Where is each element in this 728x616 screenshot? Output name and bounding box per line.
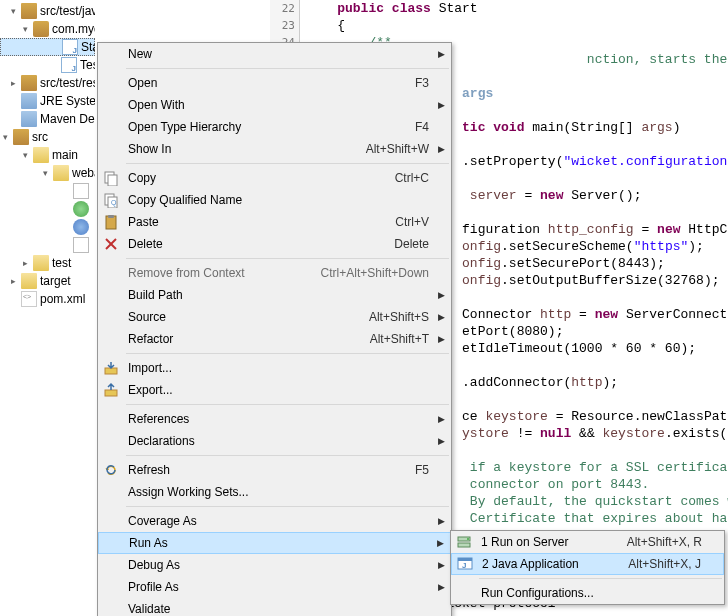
menu-item[interactable]: New▶: [98, 43, 451, 65]
project-tree[interactable]: ▾src/test/java▾com.mycompanyStart.javaTe…: [0, 0, 95, 616]
expand-icon[interactable]: [49, 42, 60, 53]
tree-item[interactable]: ▾src: [0, 128, 95, 146]
menu-item[interactable]: RefreshF5: [98, 459, 451, 481]
expand-icon[interactable]: [60, 240, 71, 251]
menu-item[interactable]: Open Type HierarchyF4: [98, 116, 451, 138]
submenu-arrow-icon: ▶: [438, 516, 445, 526]
menu-item-label: Import...: [124, 361, 451, 375]
tree-item[interactable]: Maven Dependencies: [0, 110, 95, 128]
submenu-arrow-icon: ▶: [438, 436, 445, 446]
submenu-item[interactable]: J2 Java ApplicationAlt+Shift+X, J: [451, 553, 724, 575]
tree-item-label: src/test/java: [40, 4, 95, 18]
submenu-item[interactable]: 1 Run on ServerAlt+Shift+X, R: [451, 531, 724, 553]
expand-icon[interactable]: [60, 186, 71, 197]
expand-icon[interactable]: ▾: [8, 6, 19, 17]
expand-icon[interactable]: [48, 60, 59, 71]
submenu-arrow-icon: ▶: [438, 144, 445, 154]
menu-item[interactable]: DeleteDelete: [98, 233, 451, 255]
menu-item-label: Profile As: [124, 580, 451, 594]
tree-item[interactable]: ▸target: [0, 272, 95, 290]
menu-item[interactable]: Run As▶: [98, 532, 451, 554]
menu-item[interactable]: Export...: [98, 379, 451, 401]
server-icon: [451, 534, 477, 550]
menu-item[interactable]: Build Path▶: [98, 284, 451, 306]
submenu-item-label: 2 Java Application: [478, 557, 628, 571]
menu-item[interactable]: RefactorAlt+Shift+T▶: [98, 328, 451, 350]
tree-item[interactable]: [0, 200, 95, 218]
menu-item[interactable]: Profile As▶: [98, 576, 451, 598]
code-line[interactable]: public class Start: [306, 0, 722, 17]
tree-item[interactable]: ▾webapp: [0, 164, 95, 182]
menu-item[interactable]: Coverage As▶: [98, 510, 451, 532]
copy-icon: [98, 170, 124, 186]
expand-icon[interactable]: ▸: [8, 78, 19, 89]
context-menu[interactable]: New▶OpenF3Open With▶Open Type HierarchyF…: [97, 42, 452, 616]
tree-item[interactable]: [0, 236, 95, 254]
menu-separator: [126, 68, 449, 69]
lib-icon: [21, 93, 37, 109]
expand-icon[interactable]: ▸: [8, 276, 19, 287]
expand-icon[interactable]: ▾: [0, 132, 11, 143]
menu-item-label: Refactor: [124, 332, 370, 346]
tree-item[interactable]: Start.java: [0, 38, 95, 56]
javaapp-icon: J: [452, 556, 478, 572]
green-icon: [73, 201, 89, 217]
menu-item[interactable]: CopyCtrl+C: [98, 167, 451, 189]
menu-item[interactable]: Declarations▶: [98, 430, 451, 452]
menu-item[interactable]: OpenF3: [98, 72, 451, 94]
menu-item: Remove from ContextCtrl+Alt+Shift+Down: [98, 262, 451, 284]
tree-item[interactable]: pom.xml: [0, 290, 95, 308]
menu-item[interactable]: Show InAlt+Shift+W▶: [98, 138, 451, 160]
expand-icon[interactable]: [8, 294, 19, 305]
svg-rect-10: [105, 390, 117, 396]
run-as-submenu[interactable]: 1 Run on ServerAlt+Shift+X, RJ2 Java App…: [450, 530, 725, 605]
menu-item[interactable]: References▶: [98, 408, 451, 430]
svg-text:J: J: [462, 561, 466, 570]
menu-separator: [126, 506, 449, 507]
menu-item[interactable]: SourceAlt+Shift+S▶: [98, 306, 451, 328]
paste-icon: [98, 214, 124, 230]
tree-item[interactable]: ▾com.mycompany: [0, 20, 95, 38]
tree-item[interactable]: TestHomePage: [0, 56, 95, 74]
svg-rect-6: [108, 215, 114, 218]
menu-item-label: Show In: [124, 142, 366, 156]
submenu-item-label: 1 Run on Server: [477, 535, 627, 549]
menu-item-label: Copy: [124, 171, 395, 185]
expand-icon[interactable]: ▾: [40, 168, 51, 179]
tree-item-label: com.mycompany: [52, 22, 95, 36]
menu-item[interactable]: PasteCtrl+V: [98, 211, 451, 233]
code-line[interactable]: {: [306, 17, 722, 34]
expand-icon[interactable]: ▾: [20, 150, 31, 161]
tree-item[interactable]: ▾main: [0, 146, 95, 164]
expand-icon[interactable]: ▸: [20, 258, 31, 269]
tree-item[interactable]: JRE System Library: [0, 92, 95, 110]
tree-item[interactable]: ▸src/test/resources: [0, 74, 95, 92]
expand-icon[interactable]: ▾: [20, 24, 31, 35]
tree-item[interactable]: ▾src/test/java: [0, 2, 95, 20]
menu-item-label: Debug As: [124, 558, 451, 572]
svg-point-13: [467, 538, 469, 540]
menu-item[interactable]: QCopy Qualified Name: [98, 189, 451, 211]
menu-item-label: References: [124, 412, 451, 426]
menu-item[interactable]: Assign Working Sets...: [98, 481, 451, 503]
tree-item-label: src: [32, 130, 48, 144]
line-number: 22: [270, 0, 299, 17]
expand-icon[interactable]: [60, 204, 71, 215]
menu-item[interactable]: Debug As▶: [98, 554, 451, 576]
expand-icon[interactable]: [60, 222, 71, 233]
tree-item-label: JRE System Library: [40, 94, 95, 108]
refresh-icon: [98, 462, 124, 478]
tree-item[interactable]: [0, 182, 95, 200]
submenu-item[interactable]: Run Configurations...: [451, 582, 724, 604]
menu-item[interactable]: Open With▶: [98, 94, 451, 116]
menu-item[interactable]: Validate: [98, 598, 451, 616]
menu-accelerator: Alt+Shift+X, R: [627, 535, 724, 549]
tree-item[interactable]: [0, 218, 95, 236]
menu-accelerator: Delete: [394, 237, 451, 251]
tree-item[interactable]: ▸test: [0, 254, 95, 272]
menu-item-label: Open: [124, 76, 415, 90]
expand-icon[interactable]: [8, 114, 19, 125]
svg-rect-12: [458, 543, 470, 547]
menu-item[interactable]: Import...: [98, 357, 451, 379]
expand-icon[interactable]: [8, 96, 19, 107]
